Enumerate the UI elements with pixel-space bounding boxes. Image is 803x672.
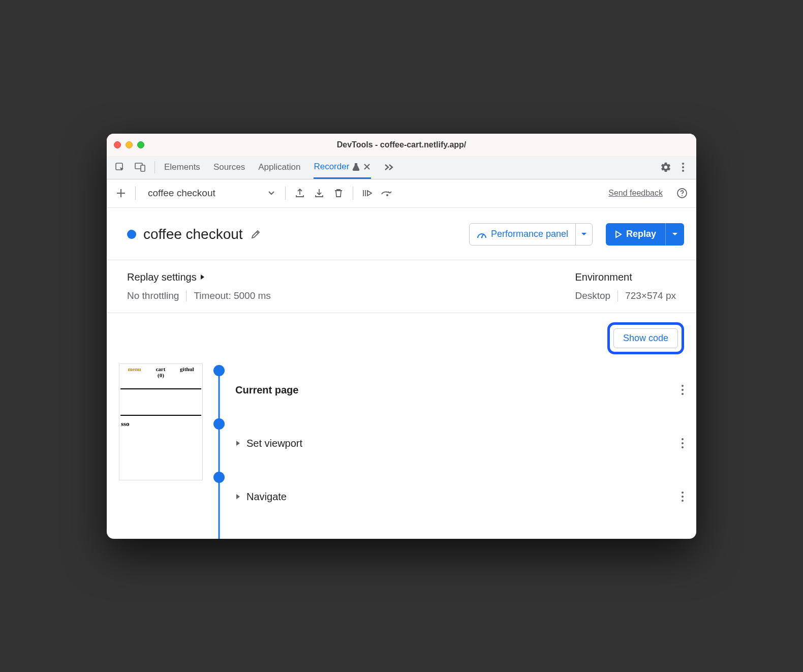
environment-values: Desktop 723×574 px [575,290,676,301]
svg-point-9 [481,236,482,238]
step-label: Current page [235,384,298,396]
step-navigate[interactable]: Navigate [235,470,684,524]
step-over-icon[interactable] [379,185,395,201]
device-toggle-icon[interactable] [132,159,148,175]
tab-label: Sources [213,162,245,172]
button-label: Replay [626,229,656,239]
performance-panel-button[interactable]: Performance panel [469,223,593,246]
panel-tabs: Elements Sources Application Recorder [164,156,393,179]
continue-icon[interactable] [359,185,376,201]
label-text: Replay settings [127,271,197,283]
chevron-down-icon [268,191,275,196]
separator [353,187,353,200]
status-dot-icon [127,230,136,239]
svg-point-10 [682,385,684,387]
thumb-line [120,388,201,389]
button-label: Performance panel [491,229,568,239]
add-recording-icon[interactable] [113,185,129,201]
tabs-overflow-icon[interactable] [384,156,393,179]
replay-dropdown-icon[interactable] [665,223,684,246]
window-title: DevTools - coffee-cart.netlify.app/ [107,140,696,149]
tab-label: Elements [164,162,200,172]
svg-point-13 [682,438,684,440]
devtools-window: DevTools - coffee-cart.netlify.app/ Elem… [107,134,696,539]
export-icon[interactable] [292,185,308,201]
svg-point-15 [682,446,684,448]
steps-list: Current page Set viewport Navigate [235,363,684,524]
thumb-text: sso [121,420,130,428]
tab-sources[interactable]: Sources [213,156,245,179]
import-icon[interactable] [311,185,327,201]
picker-label: coffee checkout [148,188,215,199]
recording-header: coffee checkout Performance panel Replay [107,208,696,260]
viewport-value: 723×574 px [625,290,676,301]
separator [617,290,618,301]
recorder-toolbar: coffee checkout Send feedback [107,179,696,208]
recording-title: coffee checkout [143,226,243,242]
perf-dropdown-icon[interactable] [575,224,592,245]
svg-point-14 [682,442,684,444]
svg-point-17 [682,496,684,498]
tab-close-icon[interactable] [363,164,371,170]
thumb-nav-menu: menu [128,366,141,372]
thumb-nav-cart: cart [156,366,165,372]
show-code-row: Show code [107,313,696,363]
replay-settings-values: No throttling Timeout: 5000 ms [127,290,271,301]
timeout-value: Timeout: 5000 ms [194,290,270,301]
tab-recorder[interactable]: Recorder [314,156,371,179]
step-label: Navigate [246,491,287,503]
replay-settings-toggle[interactable]: Replay settings [127,271,271,283]
tab-elements[interactable]: Elements [164,156,200,179]
timeline-dot-icon [213,365,225,376]
page-thumbnail: menu cart githul (0) sso [119,363,203,480]
timeline-line [219,371,220,539]
settings-gear-icon[interactable] [658,159,674,175]
label-text: Environment [575,271,632,283]
thumb-nav-github: githul [180,366,194,372]
step-set-viewport[interactable]: Set viewport [235,417,684,470]
separator [155,161,155,173]
svg-point-18 [682,500,684,502]
more-menu-icon[interactable] [675,159,691,175]
device-value: Desktop [575,290,610,301]
edit-title-icon[interactable] [250,229,261,240]
triangle-right-icon [235,494,240,500]
svg-point-8 [682,195,683,196]
inspect-icon[interactable] [112,159,128,175]
steps-area: menu cart githul (0) sso Current page [107,363,696,539]
separator [285,187,286,200]
svg-point-11 [682,389,684,391]
replay-settings-col: Replay settings No throttling Timeout: 5… [127,271,271,301]
separator [186,290,187,301]
titlebar: DevTools - coffee-cart.netlify.app/ [107,134,696,156]
flask-icon [352,163,360,171]
throttling-value: No throttling [127,290,179,301]
show-code-button[interactable]: Show code [613,328,678,348]
svg-point-5 [682,170,684,172]
step-more-icon[interactable] [681,384,684,395]
tab-label: Application [258,162,300,172]
tabs-bar: Elements Sources Application Recorder [107,156,696,179]
settings-row: Replay settings No throttling Timeout: 5… [107,260,696,313]
environment-col: Environment Desktop 723×574 px [575,271,676,301]
replay-button[interactable]: Replay [606,223,684,246]
play-icon [615,230,622,238]
triangle-right-icon [235,440,240,446]
step-more-icon[interactable] [681,438,684,449]
separator [135,187,136,200]
environment-label: Environment [575,271,676,283]
delete-icon[interactable] [330,185,347,201]
send-feedback-link[interactable]: Send feedback [608,189,663,198]
thumb-cart-count: (0) [120,372,201,378]
step-more-icon[interactable] [681,491,684,502]
tab-application[interactable]: Application [258,156,300,179]
recording-picker[interactable]: coffee checkout [142,186,279,201]
timeline-dot-icon [213,418,225,430]
gauge-icon [477,230,487,239]
show-code-highlight: Show code [607,322,684,354]
svg-point-4 [682,166,684,168]
help-icon[interactable] [674,185,690,201]
step-current-page[interactable]: Current page [235,363,684,417]
timeline [212,363,226,524]
svg-rect-2 [141,165,145,171]
